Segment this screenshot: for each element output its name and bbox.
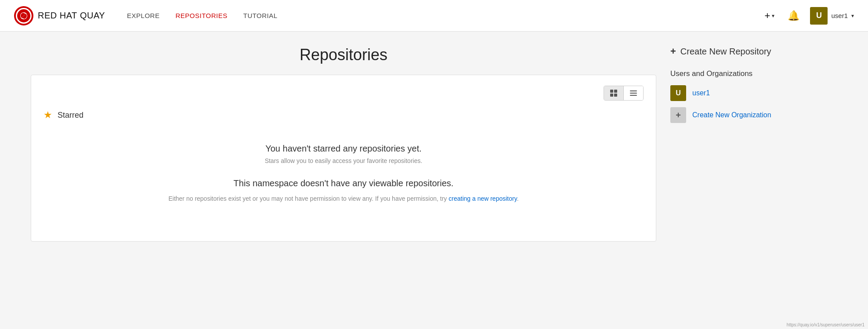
nav-repositories[interactable]: REPOSITORIES [175,12,227,19]
create-new-repo-link[interactable]: creating a new repository [448,195,517,202]
list-item: U user1 [670,85,837,101]
notifications-button[interactable]: 🔔 [784,8,803,23]
list-view-button[interactable] [624,86,643,100]
create-org-link[interactable]: Create New Organization [692,110,771,120]
create-plus-button[interactable]: + ▾ [762,8,778,23]
create-org-avatar: + [670,107,686,123]
star-icon: ★ [43,109,52,121]
center-column: Repositories ★ [31,46,656,242]
redhat-inner-icon [19,11,28,20]
repositories-panel: ★ Starred You haven't starred any reposi… [31,75,656,242]
grid-view-button[interactable] [604,86,624,100]
plus-caret-icon: ▾ [772,13,774,19]
brand-logo[interactable]: RED HAT QUAY [14,6,105,25]
no-repos-sub-text-end: . [517,195,519,202]
user1-link[interactable]: user1 [692,89,710,97]
username-label: user1 [831,12,848,19]
user-caret-icon: ▾ [851,13,854,19]
org-list: U user1 + Create New Organization [670,85,837,123]
empty-starred-sub: Stars allow you to easily access your fa… [61,157,626,164]
no-repos-sub: Either no repositories exist yet or you … [61,194,626,203]
user-menu-button[interactable]: U user1 ▾ [810,7,854,25]
grid-icon [610,90,617,97]
starred-label: Starred [58,111,83,120]
bell-icon: 🔔 [788,10,799,21]
page-title: Repositories [31,46,656,64]
view-toggle [604,86,644,101]
right-sidebar: + Create New Repository Users and Organi… [670,46,837,129]
users-orgs-title: Users and Organizations [670,69,837,78]
no-repos-sub-text-start: Either no repositories exist yet or you … [168,195,448,202]
no-repos-main: This namespace doesn't have any viewable… [61,178,626,188]
empty-state: You haven't starred any repositories yet… [43,135,644,221]
main-container: Repositories ★ [17,32,851,242]
panel-toolbar [43,86,644,101]
navbar-right: + ▾ 🔔 U user1 ▾ [762,7,854,25]
navbar: RED HAT QUAY EXPLORE REPOSITORIES TUTORI… [0,0,868,32]
empty-starred-main: You haven't starred any repositories yet… [61,144,626,154]
starred-header: ★ Starred [43,109,644,121]
list-item: + Create New Organization [670,107,837,123]
create-new-repository-link[interactable]: + Create New Repository [670,46,837,57]
user-avatar: U [810,7,828,25]
list-icon [630,90,637,97]
create-repo-label: Create New Repository [680,47,771,57]
create-repo-plus-icon: + [670,46,676,57]
nav-tutorial[interactable]: TUTORIAL [243,12,278,19]
plus-icon: + [765,10,770,22]
redhat-circle-icon [14,6,33,25]
nav-explore[interactable]: EXPLORE [127,12,159,19]
brand-text: RED HAT QUAY [38,11,105,21]
user1-avatar: U [670,85,686,101]
footer-url: https://quay.io/v1/superuser/users/user1 [787,322,864,327]
nav-links: EXPLORE REPOSITORIES TUTORIAL [127,12,278,20]
